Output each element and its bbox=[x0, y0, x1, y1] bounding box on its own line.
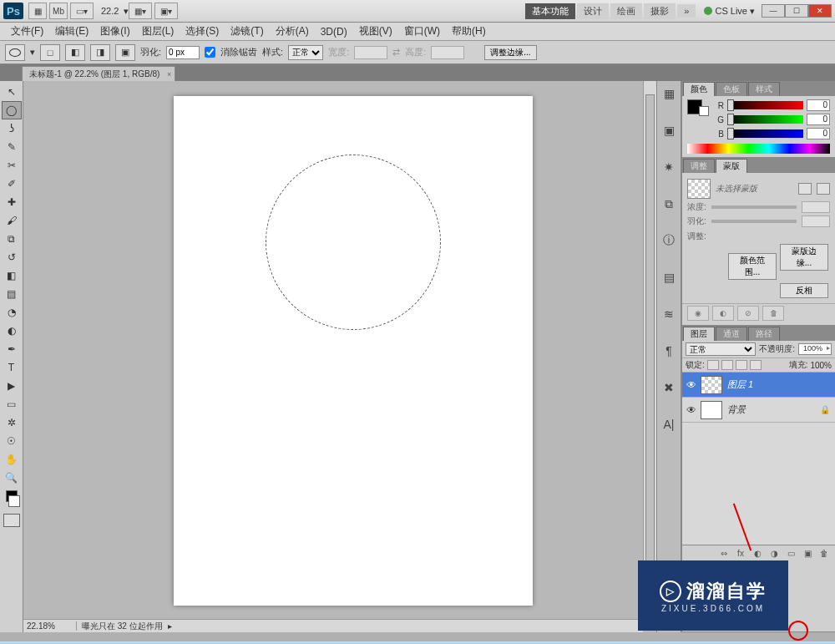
menu-select[interactable]: 选择(S) bbox=[180, 23, 225, 40]
refine-edge-button[interactable]: 调整边缘... bbox=[484, 45, 536, 60]
antialias-checkbox[interactable] bbox=[205, 47, 215, 58]
brush-tool[interactable]: 🖌 bbox=[2, 211, 22, 230]
g-value[interactable]: 0 bbox=[807, 114, 830, 125]
lock-image-icon[interactable] bbox=[721, 360, 733, 370]
color-spectrum[interactable] bbox=[687, 144, 830, 154]
move-tool[interactable]: ↖ bbox=[2, 83, 22, 101]
menu-edit[interactable]: 编辑(E) bbox=[49, 23, 94, 40]
opacity-value[interactable]: 100% bbox=[798, 343, 832, 355]
quick-select-tool[interactable]: ✎ bbox=[2, 138, 22, 156]
healing-brush-tool[interactable]: ✚ bbox=[2, 193, 22, 211]
menu-layer[interactable]: 图层(L) bbox=[136, 23, 180, 40]
workspace-essentials[interactable]: 基本功能 bbox=[525, 3, 575, 19]
tab-adjustments[interactable]: 调整 bbox=[683, 159, 715, 173]
selection-intersect-icon[interactable]: ▣ bbox=[115, 44, 135, 61]
layer-thumb[interactable] bbox=[701, 401, 722, 419]
mask-icon-3[interactable]: ⊘ bbox=[737, 306, 759, 321]
color-bg-swatch[interactable] bbox=[699, 106, 709, 116]
paragraph-panel-icon[interactable]: ¶ bbox=[660, 342, 678, 360]
document-canvas[interactable] bbox=[174, 96, 533, 606]
tab-channels[interactable]: 通道 bbox=[716, 327, 747, 341]
layer-name[interactable]: 背景 bbox=[727, 403, 820, 416]
r-value[interactable]: 0 bbox=[807, 99, 830, 111]
new-layer-icon[interactable]: ▣ bbox=[802, 549, 813, 559]
background-swatch[interactable] bbox=[8, 495, 20, 507]
history-brush-tool[interactable]: ↺ bbox=[2, 248, 22, 266]
menu-help[interactable]: 帮助(H) bbox=[446, 23, 492, 40]
menu-image[interactable]: 图像(I) bbox=[94, 23, 135, 40]
add-mask-icon[interactable]: ◐ bbox=[752, 549, 763, 559]
new-group-icon[interactable]: ▭ bbox=[785, 549, 797, 559]
actions-panel-icon[interactable]: ▣ bbox=[660, 121, 678, 139]
mask-edge-button[interactable]: 蒙版边缘... bbox=[780, 244, 828, 271]
lock-position-icon[interactable] bbox=[736, 360, 747, 370]
color-range-button[interactable]: 颜色范围... bbox=[728, 253, 777, 280]
lock-all-icon[interactable] bbox=[750, 360, 762, 370]
swatches-panel-icon[interactable]: ▤ bbox=[660, 268, 678, 287]
pen-tool[interactable]: ✒ bbox=[2, 340, 22, 358]
3d-tool[interactable]: ✲ bbox=[2, 413, 22, 432]
crop-tool[interactable]: ✂ bbox=[2, 156, 22, 175]
add-pixel-mask-icon[interactable] bbox=[798, 183, 812, 195]
bridge-icon[interactable]: ▦ bbox=[28, 3, 47, 19]
menu-3d[interactable]: 3D(D) bbox=[315, 24, 353, 39]
workspace-design[interactable]: 设计 bbox=[577, 3, 609, 19]
cslive-button[interactable]: CS Live ▾ bbox=[704, 6, 755, 17]
layer-name[interactable]: 图层 1 bbox=[727, 378, 835, 391]
vertical-scrollbar[interactable] bbox=[643, 81, 656, 619]
tab-color[interactable]: 颜色 bbox=[683, 82, 715, 96]
selection-add-icon[interactable]: ◧ bbox=[65, 44, 85, 61]
type-tool[interactable]: T bbox=[2, 358, 22, 377]
menu-analysis[interactable]: 分析(A) bbox=[270, 23, 315, 40]
r-slider[interactable] bbox=[727, 101, 803, 109]
lasso-tool[interactable]: ʖ bbox=[2, 119, 22, 138]
add-vector-mask-icon[interactable] bbox=[817, 183, 830, 195]
minibridge-icon[interactable]: Mb bbox=[49, 3, 68, 19]
styles-panel-icon[interactable]: ≋ bbox=[660, 305, 678, 323]
g-slider[interactable] bbox=[727, 115, 803, 124]
clone-stamp-tool[interactable]: ⧉ bbox=[2, 230, 22, 248]
gradient-tool[interactable]: ▤ bbox=[2, 285, 22, 303]
zoom-percent[interactable]: 22.18% bbox=[23, 621, 77, 631]
layer-row-bg[interactable]: 👁 背景 🔒 bbox=[682, 398, 835, 423]
menu-filter[interactable]: 滤镜(T) bbox=[225, 23, 269, 40]
menu-window[interactable]: 窗口(W) bbox=[398, 23, 446, 40]
history-panel-icon[interactable]: ▦ bbox=[660, 84, 678, 103]
clone-source-icon[interactable]: ⧉ bbox=[660, 195, 678, 213]
feather-input[interactable] bbox=[166, 46, 200, 59]
active-tool-icon[interactable] bbox=[5, 44, 25, 61]
adjustment-layer-icon[interactable]: ◑ bbox=[768, 549, 780, 559]
document-tab-close-icon[interactable]: × bbox=[167, 70, 171, 79]
lock-transparent-icon[interactable] bbox=[707, 360, 719, 370]
tab-layers[interactable]: 图层 bbox=[683, 327, 715, 341]
invert-button[interactable]: 反相 bbox=[780, 283, 828, 298]
tool-presets-icon[interactable]: ✖ bbox=[660, 378, 678, 397]
layer-row-1[interactable]: 👁 图层 1 bbox=[682, 373, 835, 398]
layer-fx-icon[interactable]: fx bbox=[735, 549, 746, 559]
tab-paths[interactable]: 路径 bbox=[748, 327, 780, 341]
mask-icon-1[interactable]: ◉ bbox=[687, 306, 709, 321]
b-value[interactable]: 0 bbox=[807, 128, 830, 139]
selection-new-icon[interactable]: □ bbox=[40, 44, 60, 61]
window-minimize[interactable]: — bbox=[762, 4, 785, 18]
eraser-tool[interactable]: ◧ bbox=[2, 266, 22, 285]
layer-visibility-icon[interactable]: 👁 bbox=[682, 404, 701, 416]
elliptical-marquee-tool[interactable]: ◯ bbox=[2, 101, 22, 119]
blend-mode-select[interactable]: 正常 bbox=[686, 342, 756, 356]
character-panel-icon[interactable]: A| bbox=[660, 415, 678, 434]
layer-thumb[interactable] bbox=[701, 376, 722, 394]
brush-presets-icon[interactable]: ✷ bbox=[660, 158, 678, 176]
arrange-docs-dropdown[interactable]: ▦▾ bbox=[129, 3, 152, 19]
mask-icon-4[interactable]: 🗑 bbox=[762, 306, 784, 321]
selection-subtract-icon[interactable]: ◨ bbox=[90, 44, 110, 61]
dodge-tool[interactable]: ◐ bbox=[2, 322, 22, 340]
workspace-paint[interactable]: 绘画 bbox=[610, 3, 642, 19]
zoom-tool[interactable]: 🔍 bbox=[2, 469, 22, 487]
b-slider[interactable] bbox=[727, 129, 803, 138]
view-extras-dropdown[interactable]: ▭▾ bbox=[70, 3, 94, 19]
screen-mode-dropdown[interactable]: ▣▾ bbox=[154, 3, 178, 19]
style-select[interactable]: 正常 bbox=[288, 45, 323, 60]
info-panel-icon[interactable]: ⓘ bbox=[660, 231, 678, 250]
document-tab[interactable]: 未标题-1 @ 22.2% (图层 1, RGB/8) × bbox=[22, 66, 175, 81]
fill-value[interactable]: 100% bbox=[810, 361, 832, 370]
